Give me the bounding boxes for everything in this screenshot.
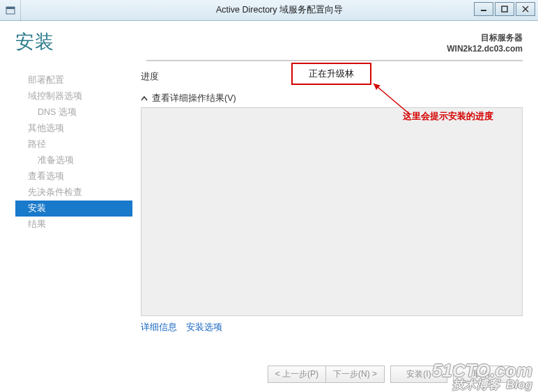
watermark-tag: Blog [506,378,532,391]
wizard-body: 安装 目标服务器 WIN2k12.dc03.com 部署配置域控制器选项DNS … [0,21,538,392]
watermark-line1: 51CTO.com [432,362,532,379]
watermark-line2: 技术博客 [452,378,500,391]
target-server-box: 目标服务器 WIN2k12.dc03.com [447,29,523,54]
svg-rect-3 [502,6,507,12]
links-row: 详细信息 安装选项 [141,322,523,334]
content: 部署配置域控制器选项DNS 选项其他选项路径准备选项查看选项先决条件检查安装结果… [0,61,538,356]
target-server-value: WIN2k12.dc03.com [447,44,523,54]
next-button[interactable]: 下一步(N) > [325,366,385,383]
window-title: Active Directory 域服务配置向导 [21,4,538,16]
status-text: 正在升级林 [309,68,354,80]
svg-line-5 [523,6,528,12]
header: 安装 目标服务器 WIN2k12.dc03.com [0,21,538,60]
page-title: 安装 [15,29,447,54]
link-details[interactable]: 详细信息 [141,322,177,332]
nav-item[interactable]: 其他选项 [15,120,132,136]
nav-item[interactable]: 准备选项 [15,152,132,168]
svg-line-4 [523,6,528,12]
close-button[interactable] [516,2,535,16]
main-panel: 进度 正在升级林 这里会提示安装的进度 查看详细操作结果(V) 详细信息 安装选… [132,67,523,356]
nav-item[interactable]: 先决条件检查 [15,185,132,201]
app-icon [0,0,21,21]
titlebar: Active Directory 域服务配置向导 [0,0,538,21]
nav-item: 安装 [15,201,132,217]
maximize-button[interactable] [495,2,514,16]
nav-item[interactable]: 路径 [15,136,132,152]
details-expander-label: 查看详细操作结果(V) [152,93,236,104]
window-controls [472,2,535,17]
nav-item[interactable]: 域控制器选项 [15,88,132,104]
wizard-nav: 部署配置域控制器选项DNS 选项其他选项路径准备选项查看选项先决条件检查安装结果 [15,67,132,356]
annotation-hint: 这里会提示安装的进度 [403,110,493,123]
status-callout-box: 正在升级林 [291,63,371,85]
header-underline [146,60,523,61]
nav-item[interactable]: 查看选项 [15,168,132,185]
details-expander[interactable]: 查看详细操作结果(V) [141,93,523,104]
nav-item[interactable]: DNS 选项 [15,104,132,120]
watermark: 51CTO.com 技术博客 Blog [432,362,532,391]
details-result-box [141,107,523,316]
nav-button-group: < 上一步(P) 下一步(N) > [268,366,385,383]
chevron-up-icon [141,95,148,102]
target-server-label: 目标服务器 [447,32,523,44]
link-install-options[interactable]: 安装选项 [186,322,222,332]
nav-item[interactable]: 部署配置 [15,72,132,88]
minimize-button[interactable] [474,2,493,16]
svg-rect-1 [6,7,15,9]
previous-button[interactable]: < 上一步(P) [268,366,325,383]
nav-item[interactable]: 结果 [15,217,132,233]
